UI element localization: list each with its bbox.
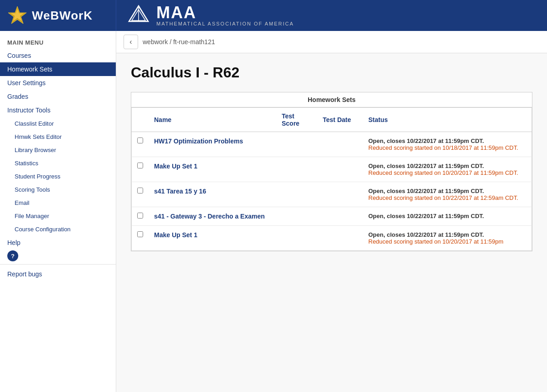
hw-name-link[interactable]: s41 - Gateway 3 - Derecho a Examen — [154, 213, 265, 220]
status-reduced: Reduced scoring started on 10/18/2017 at… — [368, 144, 526, 151]
maa-logo-icon — [127, 4, 150, 27]
status-open: Open, closes 10/22/2017 at 11:59pm CDT. — [368, 163, 526, 169]
sidebar-divider — [0, 264, 116, 265]
row-test-date-cell — [317, 226, 363, 251]
row-checkbox-cell — [132, 157, 149, 182]
page-title: Calculus I - R62 — [131, 64, 532, 81]
hw-name-link[interactable]: Make Up Set 1 — [154, 163, 197, 170]
sidebar-item-user-settings[interactable]: User Settings — [0, 76, 116, 90]
test-date-column-header: Test Date — [317, 108, 363, 132]
row-checkbox-cell — [132, 226, 149, 251]
back-button[interactable]: ‹ — [124, 35, 138, 49]
sidebar-item-email[interactable]: Email — [0, 196, 116, 209]
row-checkbox-cell — [132, 207, 149, 226]
row-name-cell: Make Up Set 1 — [149, 226, 276, 251]
main-content: ‹ webwork / ft-rue-math121 Calculus I - … — [116, 31, 547, 392]
row-checkbox[interactable] — [137, 213, 143, 219]
row-test-date-cell — [317, 132, 363, 157]
status-reduced: Reduced scoring started on 10/22/2017 at… — [368, 194, 526, 201]
table-row: s41 - Gateway 3 - Derecho a Examen Open,… — [132, 207, 532, 226]
sidebar-item-library-browser[interactable]: Library Browser — [0, 143, 116, 157]
webwork-logo-text: WeBWorK — [32, 9, 93, 23]
hw-name-link[interactable]: s41 Tarea 15 y 16 — [154, 188, 206, 195]
table-row: s41 Tarea 15 y 16 Open, closes 10/22/201… — [132, 182, 532, 207]
sidebar: MAIN MENU Courses Homework Sets User Set… — [0, 31, 116, 392]
sidebar-item-statistics[interactable]: Statistics — [0, 157, 116, 170]
homework-sets-table: Name Test Score Test Date Status — [131, 107, 532, 251]
maa-subtitle: Mathematical Association of America — [156, 21, 294, 26]
row-status-cell: Open, closes 10/22/2017 at 11:59pm CDT. … — [363, 157, 532, 182]
row-checkbox[interactable] — [137, 231, 143, 237]
status-reduced: Reduced scoring started on 10/20/2017 at… — [368, 238, 526, 245]
sidebar-item-homework-sets[interactable]: Homework Sets — [0, 62, 116, 76]
status-open: Open, closes 10/22/2017 at 11:59pm CDT. — [368, 231, 526, 238]
hw-name-link[interactable]: Make Up Set 1 — [154, 231, 197, 239]
sidebar-item-scoring-tools[interactable]: Scoring Tools — [0, 183, 116, 196]
sidebar-item-course-configuration[interactable]: Course Configuration — [0, 223, 116, 236]
sidebar-item-help[interactable]: Help — [0, 236, 116, 249]
test-score-column-header: Test Score — [276, 108, 317, 132]
webwork-star-icon — [7, 5, 27, 25]
row-test-score-cell — [276, 157, 317, 182]
breadcrumb-bar: ‹ webwork / ft-rue-math121 — [116, 31, 547, 53]
row-test-score-cell — [276, 182, 317, 207]
help-icon[interactable]: ? — [7, 250, 18, 261]
row-test-score-cell — [276, 132, 317, 157]
checkbox-header — [132, 108, 149, 132]
row-checkbox[interactable] — [137, 137, 143, 143]
row-status-cell: Open, closes 10/22/2017 at 11:59pm CDT. … — [363, 226, 532, 251]
sidebar-item-classlist-editor[interactable]: Classlist Editor — [0, 117, 116, 130]
table-row: Make Up Set 1 Open, closes 10/22/2017 at… — [132, 157, 532, 182]
sidebar-item-courses[interactable]: Courses — [0, 49, 116, 62]
status-column-header: Status — [363, 108, 532, 132]
row-test-date-cell — [317, 182, 363, 207]
sidebar-item-hmwk-sets-editor[interactable]: Hmwk Sets Editor — [0, 130, 116, 143]
status-reduced: Reduced scoring started on 10/20/2017 at… — [368, 169, 526, 176]
sidebar-item-instructor-tools[interactable]: Instructor Tools — [0, 103, 116, 117]
row-test-date-cell — [317, 207, 363, 226]
row-status-cell: Open, closes 10/22/2017 at 11:59pm CDT. … — [363, 132, 532, 157]
row-checkbox[interactable] — [137, 188, 143, 193]
logo-area: WeBWorK — [0, 0, 116, 31]
row-checkbox-cell — [132, 132, 149, 157]
maa-area: MAA Mathematical Association of America — [116, 0, 547, 31]
maa-text-block: MAA Mathematical Association of America — [156, 5, 294, 26]
row-checkbox-cell — [132, 182, 149, 207]
row-test-score-cell — [276, 207, 317, 226]
breadcrumb: webwork / ft-rue-math121 — [143, 38, 215, 46]
row-test-score-cell — [276, 226, 317, 251]
row-name-cell: s41 - Gateway 3 - Derecho a Examen — [149, 207, 276, 226]
status-open: Open, closes 10/22/2017 at 11:59pm CDT. — [368, 137, 526, 144]
main-menu-label: MAIN MENU — [0, 35, 116, 49]
name-column-header: Name — [149, 108, 276, 132]
main-layout: MAIN MENU Courses Homework Sets User Set… — [0, 31, 547, 392]
sidebar-item-grades[interactable]: Grades — [0, 90, 116, 103]
page-content: Calculus I - R62 Homework Sets Name Test… — [116, 53, 547, 262]
homework-sets-table-wrapper: Homework Sets Name Test Score Test Date … — [131, 92, 532, 251]
row-status-cell: Open, closes 10/22/2017 at 11:59pm CDT. … — [363, 182, 532, 207]
row-name-cell: s41 Tarea 15 y 16 — [149, 182, 276, 207]
status-open: Open, closes 10/22/2017 at 11:59pm CDT. — [368, 213, 526, 219]
row-test-date-cell — [317, 157, 363, 182]
sidebar-item-file-manager[interactable]: File Manager — [0, 209, 116, 223]
table-row: HW17 Optimization Problems Open, closes … — [132, 132, 532, 157]
sidebar-item-student-progress[interactable]: Student Progress — [0, 170, 116, 183]
row-checkbox[interactable] — [137, 163, 143, 168]
row-name-cell: HW17 Optimization Problems — [149, 132, 276, 157]
status-open: Open, closes 10/22/2017 at 11:59pm CDT. — [368, 188, 526, 194]
row-status-cell: Open, closes 10/22/2017 at 11:59pm CDT. — [363, 207, 532, 226]
row-name-cell: Make Up Set 1 — [149, 157, 276, 182]
table-row: Make Up Set 1 Open, closes 10/22/2017 at… — [132, 226, 532, 251]
hw-name-link[interactable]: HW17 Optimization Problems — [154, 137, 243, 145]
table-header-row: Name Test Score Test Date Status — [132, 108, 532, 132]
maa-title: MAA — [156, 5, 294, 21]
sidebar-report-bugs[interactable]: Report bugs — [0, 267, 116, 281]
header: WeBWorK MAA Mathematical Association of … — [0, 0, 547, 31]
homework-sets-section-title: Homework Sets — [131, 92, 532, 107]
